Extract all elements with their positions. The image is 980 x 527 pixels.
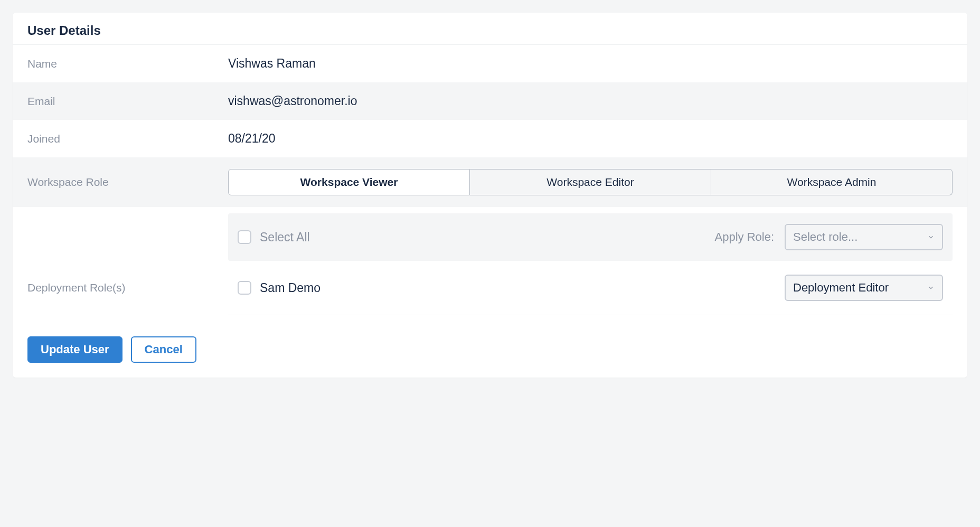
deployment-item-name: Sam Demo xyxy=(260,281,321,295)
cancel-button[interactable]: Cancel xyxy=(131,336,196,363)
actions-row: Update User Cancel xyxy=(13,326,967,378)
deployment-bulk-panel: Select All Apply Role: Select role... xyxy=(228,213,953,261)
card-title: User Details xyxy=(27,23,953,38)
chevron-down-icon xyxy=(927,284,935,291)
joined-label: Joined xyxy=(27,133,228,145)
row-name: Name Vishwas Raman xyxy=(13,45,967,82)
update-user-button[interactable]: Update User xyxy=(27,336,123,363)
row-joined: Joined 08/21/20 xyxy=(13,120,967,157)
deployment-item: Sam Demo Deployment Editor xyxy=(228,261,953,315)
email-value: vishwas@astronomer.io xyxy=(228,94,953,108)
select-all-checkbox[interactable] xyxy=(238,230,251,244)
deployment-roles-panel: Select All Apply Role: Select role... Sa… xyxy=(228,213,953,315)
apply-role-select[interactable]: Select role... xyxy=(785,224,943,250)
deployment-roles-label: Deployment Role(s) xyxy=(27,281,126,294)
user-details-card: User Details Name Vishwas Raman Email vi… xyxy=(13,13,967,378)
row-email: Email vishwas@astronomer.io xyxy=(13,82,967,120)
email-label: Email xyxy=(27,95,228,108)
chevron-down-icon xyxy=(927,233,935,241)
select-all-label: Select All xyxy=(260,230,310,244)
card-header: User Details xyxy=(13,13,967,45)
workspace-role-label: Workspace Role xyxy=(27,176,228,189)
joined-value: 08/21/20 xyxy=(228,131,953,146)
workspace-role-admin[interactable]: Workspace Admin xyxy=(711,169,953,195)
name-value: Vishwas Raman xyxy=(228,57,953,71)
deployment-item-role-value: Deployment Editor xyxy=(793,281,889,295)
name-label: Name xyxy=(27,58,228,70)
deployment-roles-label-cell: Deployment Role(s) xyxy=(27,213,228,315)
workspace-role-segmented: Workspace Viewer Workspace Editor Worksp… xyxy=(228,169,953,195)
row-workspace-role: Workspace Role Workspace Viewer Workspac… xyxy=(13,157,967,207)
workspace-role-editor[interactable]: Workspace Editor xyxy=(470,169,711,195)
apply-role-label: Apply Role: xyxy=(714,230,774,244)
deployment-item-checkbox[interactable] xyxy=(238,281,251,295)
row-deployment-roles: Deployment Role(s) Select All Apply Role… xyxy=(13,207,967,326)
apply-role-select-value: Select role... xyxy=(793,230,858,244)
deployment-item-role-select[interactable]: Deployment Editor xyxy=(785,275,943,301)
workspace-role-viewer[interactable]: Workspace Viewer xyxy=(228,169,470,195)
